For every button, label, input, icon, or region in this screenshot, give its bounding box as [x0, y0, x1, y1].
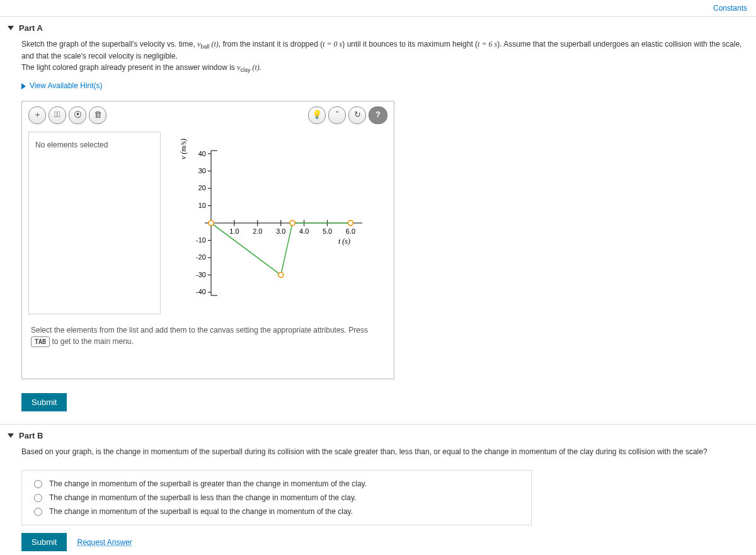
svg-text:5.0: 5.0	[323, 227, 332, 235]
mc-option-2[interactable]: The change in momentum of the superball …	[31, 491, 522, 505]
svg-text:10: 10	[198, 202, 206, 209]
no-tool-button[interactable]: ✎⃠	[49, 106, 66, 124]
add-tool-button[interactable]: ＋	[28, 106, 46, 124]
view-hints-link[interactable]: View Available Hint(s)	[21, 81, 743, 91]
graph-toolbar: ＋ ✎⃠ ⦿ 🗑 💡 ˅ ↻ ?	[22, 101, 394, 124]
instr-text: , from the instant it is dropped (	[219, 40, 323, 49]
svg-text:-10: -10	[196, 236, 206, 244]
request-answer-link[interactable]: Request Answer	[77, 538, 132, 547]
velocity-time-chart: 40 30 20 10 -10 -20 -30 -40	[173, 132, 387, 314]
svg-text:4.0: 4.0	[299, 227, 309, 235]
tab-key-icon: TAB	[31, 336, 50, 347]
constants-link[interactable]: Constants	[713, 4, 747, 13]
sym-t0: t = 0 s	[323, 40, 342, 49]
chevron-down-icon	[8, 433, 14, 438]
radio-opt1[interactable]	[34, 480, 42, 488]
delete-tool-button[interactable]: 🗑	[89, 106, 106, 124]
svg-text:1.0: 1.0	[229, 227, 239, 235]
dropdown-button[interactable]: ˅	[328, 106, 346, 124]
instr-text: ) until it bounces to its maximum height…	[342, 40, 478, 49]
chevron-right-icon	[21, 83, 26, 89]
hint-icon-button[interactable]: 💡	[308, 106, 326, 124]
part-a-header[interactable]: Part A	[8, 23, 743, 33]
mc-options: The change in momentum of the superball …	[21, 470, 532, 525]
instr-text: Sketch the graph of the superball's velo…	[21, 40, 197, 49]
svg-point-32	[290, 220, 295, 226]
sym-t6: t = 6 s	[478, 40, 497, 49]
elements-panel: No elements selected	[28, 132, 161, 314]
svg-text:3.0: 3.0	[276, 227, 285, 235]
mc-option-1[interactable]: The change in momentum of the superball …	[31, 477, 522, 491]
part-a-title: Part A	[19, 23, 43, 33]
xaxis-label: t (s)	[338, 237, 350, 246]
svg-text:20: 20	[198, 184, 206, 192]
radio-opt2[interactable]	[34, 494, 42, 502]
mc-option-3[interactable]: The change in momentum of the superball …	[31, 505, 522, 518]
mark-tool-button[interactable]: ⦿	[69, 106, 86, 124]
submit-button-b[interactable]: Submit	[21, 533, 67, 551]
mc-option-label: The change in momentum of the superball …	[49, 493, 356, 502]
mc-option-label: The change in momentum of the superball …	[49, 479, 367, 488]
svg-point-30	[209, 220, 214, 226]
radio-opt3[interactable]	[34, 508, 42, 516]
svg-point-33	[348, 220, 353, 226]
mc-option-label: The change in momentum of the superball …	[49, 507, 353, 516]
svg-text:30: 30	[198, 167, 206, 175]
submit-button-a[interactable]: Submit	[21, 393, 67, 411]
part-b-question: Based on your graph, is the change in mo…	[8, 440, 743, 464]
redo-button[interactable]: ↻	[348, 106, 366, 124]
svg-text:-20: -20	[196, 253, 206, 261]
chevron-down-icon	[8, 26, 14, 30]
sym-vball: vball (t)	[197, 40, 219, 49]
part-b-header[interactable]: Part B	[8, 431, 743, 440]
canvas-instruction: Select the elements from the list and ad…	[22, 318, 394, 356]
help-button[interactable]: ?	[369, 106, 387, 124]
sym-vclay: vclay (t).	[237, 63, 261, 72]
part-b-title: Part B	[19, 431, 43, 440]
svg-text:-40: -40	[196, 288, 206, 295]
svg-point-31	[278, 272, 284, 277]
yaxis-label: v (m/s)	[179, 139, 188, 159]
instr-text: The light colored graph already present …	[21, 63, 237, 72]
plot-canvas[interactable]: 40 30 20 10 -10 -20 -30 -40	[173, 132, 387, 314]
svg-text:-30: -30	[196, 271, 206, 278]
graph-widget: ＋ ✎⃠ ⦿ 🗑 💡 ˅ ↻ ? No elements selected	[21, 101, 394, 379]
svg-text:2.0: 2.0	[253, 227, 262, 235]
no-elements-text: No elements selected	[35, 140, 108, 149]
part-a-body: Sketch the graph of the superball's velo…	[8, 33, 743, 386]
svg-text:6.0: 6.0	[346, 227, 355, 235]
svg-text:40: 40	[198, 150, 206, 157]
